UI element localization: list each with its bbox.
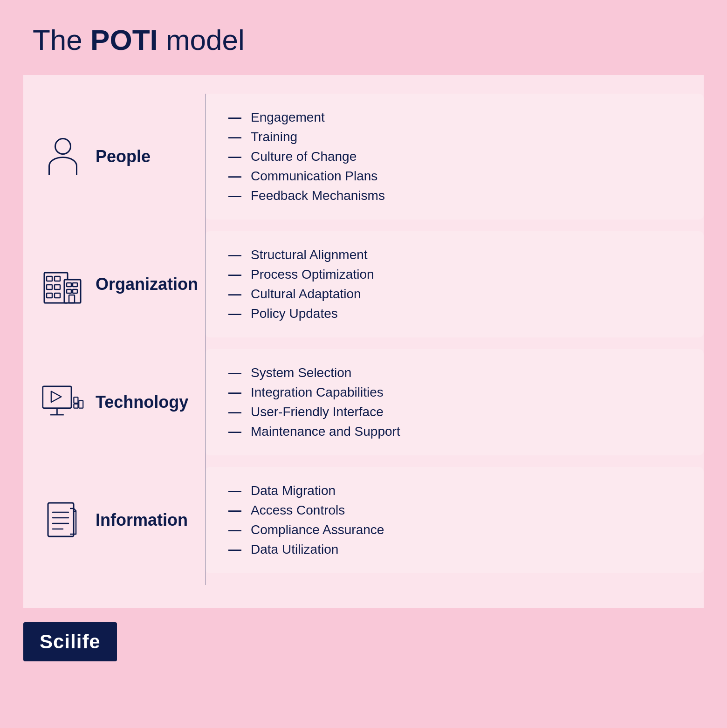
title-suffix: model — [158, 24, 245, 56]
building-svg — [42, 263, 84, 305]
dash: — — [228, 247, 241, 262]
svg-rect-17 — [79, 400, 83, 408]
svg-rect-16 — [74, 397, 78, 403]
dash: — — [228, 424, 241, 439]
dash: — — [228, 365, 241, 380]
dash: — — [228, 542, 241, 557]
list-item: —Communication Plans — [228, 169, 680, 184]
title-bold: POTI — [90, 24, 158, 56]
people-right: —Engagement —Training —Culture of Change… — [205, 94, 704, 220]
organization-list: —Structural Alignment —Process Optimizat… — [228, 247, 680, 321]
people-label: People — [96, 147, 151, 166]
people-row: People —Engagement —Training —Culture of… — [23, 94, 704, 220]
svg-rect-15 — [74, 404, 78, 408]
list-item: —Data Utilization — [228, 542, 680, 557]
information-left: Information — [23, 467, 200, 573]
technology-left: Technology — [23, 349, 200, 455]
page-title: The POTI model — [33, 23, 694, 56]
svg-rect-2 — [55, 276, 60, 281]
list-item: —Data Migration — [228, 483, 680, 498]
dash: — — [228, 503, 241, 518]
dash: — — [228, 149, 241, 164]
technology-icon — [42, 384, 84, 421]
list-item: —Feedback Mechanisms — [228, 188, 680, 203]
tech-svg — [42, 384, 84, 421]
svg-rect-20 — [48, 503, 74, 536]
dash: — — [228, 267, 241, 282]
person-head — [55, 138, 71, 155]
scilife-badge: Scilife — [23, 622, 117, 661]
person-icon — [48, 138, 77, 175]
information-label: Information — [96, 510, 188, 530]
dash: — — [228, 522, 241, 537]
organization-label: Organization — [96, 275, 198, 294]
technology-right: —System Selection —Integration Capabilit… — [205, 349, 704, 455]
people-icon — [42, 138, 84, 175]
dash: — — [228, 287, 241, 302]
doc-svg — [44, 499, 82, 541]
information-icon — [42, 499, 84, 541]
building-icon — [42, 263, 84, 305]
svg-rect-6 — [55, 293, 60, 298]
list-item: —Access Controls — [228, 503, 680, 518]
technology-list: —System Selection —Integration Capabilit… — [228, 365, 680, 439]
svg-rect-3 — [47, 285, 52, 289]
scilife-brand: Scilife — [40, 631, 101, 652]
people-list: —Engagement —Training —Culture of Change… — [228, 110, 680, 203]
dash: — — [228, 188, 241, 203]
svg-rect-5 — [47, 293, 52, 298]
list-item: —System Selection — [228, 365, 680, 380]
list-item: —User-Friendly Interface — [228, 405, 680, 419]
list-item: —Engagement — [228, 110, 680, 125]
list-item: —Policy Updates — [228, 306, 680, 321]
information-row: Information —Data Migration —Access Cont… — [23, 467, 704, 573]
list-item: —Process Optimization — [228, 267, 680, 282]
organization-left: Organization — [23, 231, 200, 337]
people-left: People — [23, 94, 200, 220]
list-item: —Culture of Change — [228, 149, 680, 164]
information-list: —Data Migration —Access Controls —Compli… — [228, 483, 680, 557]
dash: — — [228, 405, 241, 419]
list-item: —Integration Capabilities — [228, 385, 680, 400]
technology-label: Technology — [96, 392, 188, 412]
svg-rect-13 — [43, 386, 71, 408]
dash: — — [228, 130, 241, 144]
svg-rect-4 — [55, 285, 60, 289]
dash: — — [228, 110, 241, 125]
header-section: The POTI model — [0, 0, 727, 75]
list-item: —Training — [228, 130, 680, 144]
footer: Scilife — [23, 622, 704, 680]
list-item: —Maintenance and Support — [228, 424, 680, 439]
list-item: —Cultural Adaptation — [228, 287, 680, 302]
vertical-divider — [205, 94, 206, 585]
dash: — — [228, 306, 241, 321]
organization-right: —Structural Alignment —Process Optimizat… — [205, 231, 704, 337]
main-content: People —Engagement —Training —Culture of… — [23, 75, 704, 608]
svg-rect-1 — [47, 276, 52, 281]
person-body — [48, 157, 77, 175]
dash: — — [228, 483, 241, 498]
technology-row: Technology —System Selection —Integratio… — [23, 349, 704, 455]
organization-row: Organization —Structural Alignment —Proc… — [23, 231, 704, 337]
dash: — — [228, 385, 241, 400]
svg-marker-14 — [51, 391, 62, 402]
list-item: —Structural Alignment — [228, 247, 680, 262]
information-right: —Data Migration —Access Controls —Compli… — [205, 467, 704, 573]
dash: — — [228, 169, 241, 184]
title-prefix: The — [33, 24, 90, 56]
list-item: —Compliance Assurance — [228, 522, 680, 537]
